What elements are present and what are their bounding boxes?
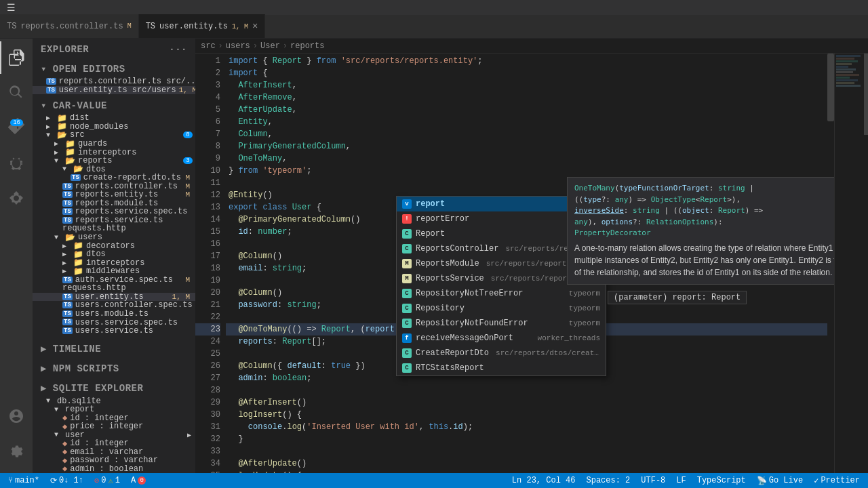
sqlite-explorer-label: ▶ SQLITE EXPLORER [41, 382, 143, 394]
tree-item-users[interactable]: ▼ 📂 users [33, 233, 195, 242]
tree-item-requests-http[interactable]: requests.http [33, 224, 195, 233]
sqlite-report[interactable]: ▼ report [33, 405, 195, 414]
folder-icon: 📁 [57, 114, 67, 123]
tree-item-dist[interactable]: ▶ 📁 dist [33, 114, 195, 123]
open-editors-label: ▾ OPEN EDITORS [41, 63, 125, 75]
breadcrumb-reports[interactable]: reports [290, 41, 324, 51]
prettier-button[interactable]: ✓ Prettier [811, 473, 863, 488]
expand-icon[interactable]: ▶ [187, 431, 195, 439]
sync-button[interactable]: ⟳ 0↓ 1↑ [47, 473, 86, 488]
code-editor[interactable]: 12345 678910 1112131415 1617181920 21222… [195, 54, 834, 473]
tree-item-reports-controller[interactable]: TS reports.controller.ts M [33, 182, 195, 190]
scrollbar-thumb[interactable] [827, 54, 834, 121]
autocomplete-item-CreateReportDto[interactable]: C CreateReportDto src/reports/dtos/creat… [397, 346, 606, 361]
tree-item-label: users.module.ts [75, 310, 149, 319]
language-mode[interactable]: TypeScript [694, 473, 749, 488]
sqlite-user-id[interactable]: ◆ id : integer [33, 439, 195, 448]
tab-reports-controller[interactable]: TS reports.controller.ts M [0, 14, 139, 38]
car-value-title[interactable]: ▾ CAR-VALUE [33, 94, 195, 114]
tree-item-reports-entity[interactable]: TS reports.entity.ts M [33, 190, 195, 199]
tree-item-reports-service[interactable]: TS reports.service.ts [33, 216, 195, 225]
breadcrumb-src[interactable]: src [201, 41, 216, 51]
ac-icon-cls: C [402, 348, 412, 358]
go-live-button[interactable]: 📡 Go Live [754, 473, 806, 488]
tree-item-users-controller-spec[interactable]: TS users.controller.spec.ts [33, 301, 195, 310]
folder-icon: 📁 [73, 258, 83, 267]
activity-git-icon[interactable]: 16 [0, 112, 33, 144]
code-line [226, 445, 834, 458]
spaces-setting[interactable]: Spaces: 2 [583, 473, 633, 488]
tree-item-reports-service-spec[interactable]: TS reports.service.spec.ts [33, 207, 195, 216]
tree-item-users-service[interactable]: TS users.service.ts [33, 327, 195, 336]
sqlite-user-email[interactable]: ◆ email : varchar [33, 448, 195, 457]
tree-item-create-report[interactable]: TS create-report.dto.ts M [33, 174, 195, 182]
encoding-setting[interactable]: UTF-8 [638, 473, 668, 488]
explorer-label: EXPLORER [41, 44, 89, 55]
open-editor-item-reports[interactable]: TS reports.controller.ts src/... M [33, 77, 195, 86]
eol-setting[interactable]: LF [673, 473, 688, 488]
sqlite-db[interactable]: ▼ db.sqlite [33, 396, 195, 405]
tooltip-description: A one-to-many relation allows creating t… [574, 242, 834, 279]
tree-item-reports-module[interactable]: TS reports.module.ts [33, 199, 195, 208]
npm-scripts-title[interactable]: ▶ NPM SCRIPTS [33, 357, 195, 377]
timeline-title[interactable]: ▶ TIMELINE [33, 338, 195, 357]
breadcrumb-user[interactable]: User [260, 41, 280, 51]
sqlite-user[interactable]: ▼ user ▶ [33, 431, 195, 440]
menu-icon[interactable]: ☰ [5, 2, 16, 13]
explorer-menu-icon[interactable]: ··· [169, 44, 187, 55]
activity-extensions-icon[interactable] [0, 182, 33, 215]
autocomplete-label: RTCStatsReport [416, 363, 600, 373]
tree-item-users-service-spec[interactable]: TS users.service.spec.ts [33, 318, 195, 327]
activity-explorer-icon[interactable] [0, 41, 33, 74]
tree-item-label: users [78, 233, 102, 242]
autocomplete-item-receiveMessageOnPort[interactable]: f receiveMessageOnPort worker_threads [397, 331, 606, 346]
tree-item-interceptors[interactable]: ▶ 📁 interceptors [33, 148, 195, 157]
diamond-icon: ◆ [62, 456, 67, 465]
autocomplete-item-RepositoryNotFoundError[interactable]: C RepositoryNotFoundError typeorm [397, 316, 606, 331]
tree-item-dtos[interactable]: ▼ 📂 dtos [33, 165, 195, 174]
tree-item-node_modules[interactable]: ▶ 📁 node_modules [33, 123, 195, 131]
activity-search-icon[interactable] [0, 77, 33, 109]
sqlite-explorer-title[interactable]: ▶ SQLITE EXPLORER [33, 377, 195, 396]
tree-item-guards[interactable]: ▶ 📁 guards [33, 140, 195, 148]
tree-item-requests-http2[interactable]: requests.http [33, 284, 195, 293]
sqlite-report-id[interactable]: ◆ id : integer [33, 413, 195, 422]
breadcrumb-users[interactable]: users [226, 41, 250, 51]
open-editors-title[interactable]: ▾ OPEN EDITORS [33, 58, 195, 77]
sqlite-user-password[interactable]: ◆ password : varchar [33, 456, 195, 465]
error-count[interactable]: ⊘ 0 ⚠ 1 [92, 473, 123, 488]
sqlite-report-price[interactable]: ◆ price : integer [33, 422, 195, 431]
ts-badge: TS [62, 319, 73, 325]
tab-user-entity[interactable]: TS user.entity.ts 1, M × [139, 14, 266, 38]
hover-tooltip: × OneToMany(typeFunctionOrTarget: string… [567, 177, 834, 285]
tab-close-button[interactable]: × [252, 22, 258, 31]
autocomplete-item-RTCStatsReport[interactable]: C RTCStatsReport [397, 361, 606, 375]
tree-item-src[interactable]: ▼ 📂 src 8 [33, 131, 195, 140]
sync-label: 0↓ 1↑ [59, 476, 83, 485]
open-editor-item-user[interactable]: TS user.entity.ts src/users 1, M [33, 86, 195, 95]
tree-item-auth-service-spec[interactable]: TS auth.service.spec.ts M [33, 275, 195, 284]
activity-settings-icon[interactable] [0, 435, 33, 468]
tree-item-middlewares[interactable]: ▶ 📁 middlewares [33, 267, 195, 276]
code-line: OneToMany, [226, 152, 834, 165]
activity-account-icon[interactable] [0, 400, 33, 432]
minimap-scrollbar[interactable] [864, 54, 868, 135]
tree-item-label: users.service.ts [75, 327, 153, 336]
sqlite-user-admin[interactable]: ◆ admin : boolean [33, 465, 195, 473]
cursor-position[interactable]: Ln 23, Col 46 [509, 473, 578, 488]
tree-item-user-entity[interactable]: TS user.entity.ts 1, M [33, 293, 195, 302]
git-branch[interactable]: ⑂ main* [5, 473, 42, 488]
autocomplete-item-Repository[interactable]: C Repository typeorm [397, 301, 606, 316]
tree-item-interceptors2[interactable]: ▶ 📁 interceptors [33, 258, 195, 267]
tree-item-users-module[interactable]: TS users.module.ts [33, 310, 195, 319]
error-icon: ⊘ [94, 476, 99, 486]
open-editor-filename: user.entity.ts src/users [59, 86, 176, 95]
code-line: AfterUpdate, [226, 104, 834, 116]
tree-item-decorators[interactable]: ▶ 📁 decorators [33, 241, 195, 250]
sidebar: EXPLORER ··· ▾ OPEN EDITORS TS reports.c… [33, 39, 195, 473]
autocomplete-item-RepositoryNotTreeError[interactable]: C RepositoryNotTreeError typeorm [397, 286, 606, 301]
error-number: 0 [101, 476, 106, 485]
tree-item-dtos2[interactable]: ▶ 📁 dtos [33, 250, 195, 259]
activity-debug-icon[interactable] [0, 147, 33, 180]
tree-item-reports[interactable]: ▼ 📂 reports 3 [33, 157, 195, 165]
